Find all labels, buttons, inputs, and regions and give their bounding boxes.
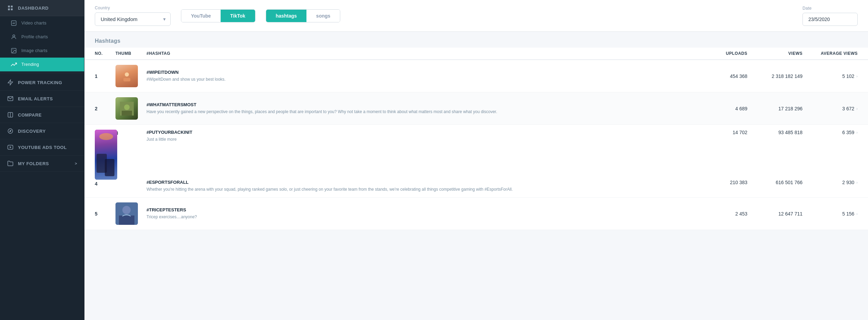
sidebar-item-power-tracking[interactable]: POWER TRACKING [0, 74, 84, 91]
bolt-icon [7, 79, 14, 86]
row-hashtag-text: #WHATMATTERSMOST [147, 102, 689, 107]
sidebar-item-youtube-ads-tool[interactable]: YOUTUBE ADS TOOL [0, 139, 84, 156]
svg-rect-3 [11, 9, 13, 10]
sidebar-item-profile-charts[interactable]: Profile charts [0, 30, 84, 44]
table-header: No. Thumb #Hashtag Uploads Views Average… [84, 48, 868, 60]
sidebar-label-dashboard: DASHBOARD [18, 6, 49, 11]
grid-icon [7, 4, 14, 11]
row-number: 3 [115, 130, 147, 136]
sidebar-item-my-folders[interactable]: MY FOLDERS > [0, 156, 84, 172]
section-header: Hashtags [84, 32, 868, 48]
hashtags-table: No. Thumb #Hashtag Uploads Views Average… [84, 48, 868, 230]
row-uploads: 14 702 [696, 130, 747, 135]
chevron-right-icon: › [856, 107, 858, 111]
sidebar-item-email-alerts[interactable]: EMAIL ALERTS [0, 91, 84, 107]
content-area: Hashtags No. Thumb #Hashtag Uploads View… [84, 32, 868, 320]
date-input[interactable] [803, 13, 858, 26]
row-avg-views: 5 102 › [803, 73, 858, 79]
svg-point-5 [13, 35, 15, 37]
platform-tabs: YouTube TikTok [181, 9, 255, 22]
sidebar-item-dashboard[interactable]: DASHBOARD [0, 0, 84, 16]
row-hashtag-text: #TRICEPTESTERS [147, 207, 689, 212]
row-avg-views: 3 672 › [803, 106, 858, 111]
content-tabs: hashtags songs [266, 9, 341, 22]
chevron-right-icon: › [856, 74, 858, 78]
chevron-right-icon: › [856, 130, 858, 134]
sidebar-item-image-charts[interactable]: Image charts [0, 44, 84, 58]
header-thumb: Thumb [115, 51, 147, 56]
header-views: Views [747, 51, 803, 56]
row-desc-text: Tricep exercises....anyone? [147, 214, 689, 220]
svg-marker-15 [10, 146, 12, 148]
sidebar-label-discovery: DISCOVERY [18, 129, 46, 134]
image-icon [10, 47, 17, 54]
row-info: #PUTYOURBACKINIT Just a little more [147, 130, 696, 146]
table-row[interactable]: 1 #WIPEITDOWN #WipeItDown and show us yo… [84, 60, 868, 92]
table-row[interactable]: 2 #WHATMATTERSMOST Have you recently gai… [84, 92, 868, 125]
row-views: 93 485 818 [747, 130, 803, 135]
content-tab-hashtags[interactable]: hashtags [266, 10, 306, 22]
svg-point-16 [125, 72, 129, 77]
row-info: #WHATMATTERSMOST Have you recently gaine… [147, 102, 696, 115]
row-number: 2 [95, 106, 115, 111]
trending-icon [10, 61, 17, 68]
row-thumbnail [115, 97, 147, 120]
row-desc-text: Just a little more [147, 136, 689, 142]
row-views: 12 647 711 [747, 211, 803, 217]
chevron-right-icon: › [856, 180, 858, 184]
svg-rect-0 [8, 6, 10, 7]
sidebar-label-my-folders: MY FOLDERS [18, 161, 49, 166]
sidebar-label-image-charts: Image charts [21, 48, 48, 53]
user-icon [10, 33, 17, 40]
row-uploads: 454 368 [696, 73, 747, 79]
content-tab-songs[interactable]: songs [306, 10, 340, 22]
sidebar-label-compare: COMPARE [18, 112, 42, 118]
row-uploads: 2 453 [696, 211, 747, 217]
row-avg-views: 5 156 › [803, 211, 858, 217]
platform-tab-youtube[interactable]: YouTube [181, 10, 221, 22]
svg-point-19 [124, 104, 130, 110]
row-avg-views: 6 359 › [803, 130, 858, 135]
row-desc-text: #WipeItDown and show us your best looks. [147, 76, 689, 82]
row-hashtag-text: #PUTYOURBACKINIT [147, 130, 689, 135]
sidebar-label-profile-charts: Profile charts [21, 34, 48, 39]
svg-point-22 [122, 206, 131, 214]
row-avg-views: 2 930 › [803, 180, 858, 185]
header-avg-views: Average Views [803, 51, 858, 56]
header-no: No. [95, 51, 115, 56]
table-row[interactable]: 5 #TRICEPTESTERS Tricep exercises....any… [84, 198, 868, 230]
sidebar-item-compare[interactable]: COMPARE [0, 107, 84, 123]
row-views: 616 501 766 [747, 180, 803, 185]
row-hashtag-text: #ESPORTSFORALL [147, 180, 689, 185]
row-uploads: 210 383 [696, 180, 747, 185]
row-thumbnail [115, 202, 147, 225]
table-row-group: 3 #PUTYOURBACKINIT Just a little more [84, 125, 868, 198]
svg-rect-2 [8, 9, 10, 10]
email-icon [7, 95, 14, 102]
table-row[interactable]: 3 #PUTYOURBACKINIT Just a little more [84, 125, 868, 180]
row-desc-text: Whether you're hitting the arena with yo… [147, 186, 689, 192]
sidebar: DASHBOARD Video charts Profile charts Im… [0, 0, 84, 320]
svg-marker-8 [8, 80, 13, 85]
sidebar-label-video-charts: Video charts [21, 21, 47, 26]
sidebar-item-video-charts[interactable]: Video charts [0, 16, 84, 30]
sidebar-item-discovery[interactable]: DISCOVERY [0, 123, 84, 139]
sidebar-label-email-alerts: EMAIL ALERTS [18, 96, 53, 101]
row-info: #ESPORTSFORALL Whether you're hitting th… [147, 180, 696, 192]
svg-rect-1 [11, 6, 13, 7]
my-folders-arrow: > [75, 161, 77, 166]
header-uploads: Uploads [696, 51, 747, 56]
row-info: #TRICEPTESTERS Tricep exercises....anyon… [147, 207, 696, 220]
platform-tab-tiktok[interactable]: TikTok [221, 10, 255, 22]
table-row[interactable]: 4 #ESPORTSFORALL Whether you're hitting … [84, 180, 868, 197]
date-label: Date [803, 6, 858, 11]
main-content: Country United Kingdom United States Ger… [84, 0, 868, 320]
sidebar-label-trending: Trending [21, 62, 39, 67]
country-select[interactable]: United Kingdom United States Germany Fra… [95, 12, 171, 26]
svg-point-7 [12, 49, 13, 50]
sidebar-item-trending[interactable]: Trending [0, 58, 84, 71]
compare-icon [7, 111, 14, 118]
row-thumbnail-merged [95, 130, 117, 180]
row-desc-text: Have you recently gained a new perspecti… [147, 109, 689, 115]
row-number: 4 [95, 180, 115, 187]
